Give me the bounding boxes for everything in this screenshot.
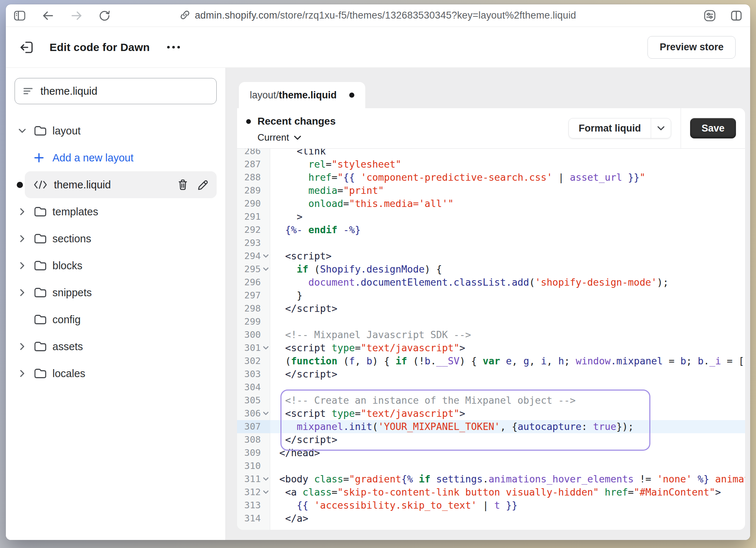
code-line-305[interactable]: 305 <!-- Create an instance of the Mixpa… (237, 394, 745, 407)
code-line-287[interactable]: 287 rel="stylesheet" (237, 158, 745, 171)
format-liquid-button[interactable]: Format liquid (569, 118, 651, 138)
line-number: 287 (237, 158, 261, 171)
code-text: <body class="gradient{% if settings.anim… (270, 473, 745, 486)
chevron-right-icon[interactable] (17, 234, 27, 243)
tab-theme-liquid[interactable]: layout/theme.liquid (239, 82, 365, 108)
code-line-290[interactable]: 290 onload="this.media='all'" (237, 197, 745, 210)
sidebar-item-config[interactable]: config (15, 306, 217, 333)
split-view-icon[interactable] (731, 10, 742, 21)
fold-spacer (261, 171, 270, 184)
line-number: 311 (237, 473, 261, 486)
code-line-313[interactable]: 313 {{ 'accessibility.skip_to_text' | t … (237, 499, 745, 512)
code-line-303[interactable]: 303 </script> (237, 368, 745, 381)
code-line-294[interactable]: 294 <script> (237, 250, 745, 263)
rename-file-icon[interactable] (197, 179, 209, 191)
code-line-291[interactable]: 291 > (237, 210, 745, 223)
code-line-311[interactable]: 311 <body class="gradient{% if settings.… (237, 473, 745, 486)
sidebar-item-theme-liquid[interactable]: theme.liquid (15, 171, 217, 198)
tree-item-label: Add a new layout (52, 152, 133, 164)
fold-toggle-icon[interactable] (261, 486, 270, 499)
code-line-296[interactable]: 296 document.documentElement.classList.a… (237, 276, 745, 289)
code-line-308[interactable]: 308 </script> (237, 433, 745, 446)
fold-spacer (261, 394, 270, 407)
folder-icon (34, 125, 47, 137)
chevron-right-icon[interactable] (17, 261, 27, 270)
format-liquid-split-button: Format liquid (568, 118, 671, 138)
code-line-309[interactable]: 309 </head> (237, 446, 745, 459)
chevron-right-icon[interactable] (17, 207, 27, 216)
address-bar[interactable]: admin.shopify.com/store/rzq1xu-f5/themes… (180, 4, 576, 27)
reload-button-icon[interactable] (99, 10, 110, 21)
fold-toggle-icon[interactable] (261, 263, 270, 276)
code-line-295[interactable]: 295 if (Shopify.designMode) { (237, 263, 745, 276)
fold-spacer (261, 184, 270, 197)
chevron-right-icon[interactable] (17, 369, 27, 378)
editor-card-header: Recent changes Current Format liquid (237, 108, 745, 149)
code-line-289[interactable]: 289 media="print" (237, 184, 745, 197)
code-line-299[interactable]: 299 (237, 315, 745, 328)
code-line-307[interactable]: 307 mixpanel.init('YOUR_MIXPANEL_TOKEN',… (237, 420, 745, 433)
sidebar-item-sections[interactable]: sections (15, 225, 217, 252)
code-line-300[interactable]: 300 <!-- Mixpanel Javascript SDK --> (237, 328, 745, 341)
url-text: admin.shopify.com/store/rzq1xu-f5/themes… (195, 10, 576, 21)
version-selector[interactable]: Current (257, 132, 568, 143)
code-editor[interactable]: 286 <link287 rel="stylesheet"288 href="{… (237, 149, 745, 530)
file-search-input[interactable] (40, 85, 208, 97)
file-tree: layoutAdd a new layouttheme.liquidtempla… (15, 117, 217, 387)
code-line-310[interactable]: 310 (237, 459, 745, 473)
sidebar-item-blocks[interactable]: blocks (15, 252, 217, 279)
code-line-293[interactable]: 293 (237, 236, 745, 250)
fold-spacer (261, 459, 270, 473)
code-text: } (270, 289, 745, 302)
sidebar-item-add-a-new-layout[interactable]: Add a new layout (15, 144, 217, 171)
more-actions-icon[interactable] (167, 46, 180, 48)
fold-toggle-icon[interactable] (261, 473, 270, 486)
code-line-312[interactable]: 312 <a class="skip-to-content-link butto… (237, 486, 745, 499)
sidebar-item-locales[interactable]: locales (15, 360, 217, 387)
filter-icon (23, 87, 33, 95)
folder-icon (34, 260, 47, 271)
chevron-down-icon (294, 135, 302, 140)
recent-changes-dot (246, 119, 251, 124)
chevron-right-icon[interactable] (17, 342, 27, 351)
fold-toggle-icon[interactable] (261, 341, 270, 355)
code-line-288[interactable]: 288 href="{{ 'component-predictive-searc… (237, 171, 745, 184)
code-line-304[interactable]: 304 (237, 381, 745, 394)
file-search-box[interactable] (15, 78, 217, 104)
preview-store-button[interactable]: Preview store (647, 36, 736, 59)
fold-toggle-icon[interactable] (261, 250, 270, 263)
line-number: 298 (237, 302, 261, 315)
code-line-306[interactable]: 306 <script type="text/javascript"> (237, 407, 745, 420)
exit-editor-icon[interactable] (20, 40, 34, 54)
fold-spacer (261, 289, 270, 302)
tree-item-label: sections (52, 233, 91, 245)
code-text: href="{{ 'component-predictive-search.cs… (270, 171, 745, 184)
chevron-down-icon[interactable] (17, 128, 27, 134)
sidebar-item-snippets[interactable]: snippets (15, 279, 217, 306)
save-button[interactable]: Save (690, 118, 736, 138)
code-line-302[interactable]: 302 (function (f, b) { if (!b.__SV) { va… (237, 355, 745, 368)
code-line-286[interactable]: 286 <link (237, 149, 745, 158)
page-settings-icon[interactable] (704, 9, 716, 22)
back-button-icon[interactable] (42, 11, 54, 21)
sidebar-toggle-icon[interactable] (14, 10, 25, 21)
sidebar-item-layout[interactable]: layout (15, 117, 217, 144)
sidebar-item-assets[interactable]: assets (15, 333, 217, 360)
code-line-292[interactable]: 292 {%- endif -%} (237, 223, 745, 236)
tab-file-name: theme.liquid (279, 90, 337, 101)
sidebar-item-templates[interactable]: templates (15, 198, 217, 225)
format-options-chevron[interactable] (651, 118, 671, 138)
code-line-314[interactable]: 314 </a> (237, 512, 745, 525)
tree-item-label: snippets (52, 287, 92, 299)
code-text: </script> (270, 368, 745, 381)
selected-file-row[interactable]: theme.liquid (25, 171, 217, 198)
code-line-301[interactable]: 301 <script type="text/javascript"> (237, 341, 745, 355)
code-text: <link (270, 149, 745, 158)
code-line-298[interactable]: 298 </script> (237, 302, 745, 315)
chevron-right-icon[interactable] (17, 288, 27, 297)
code-line-297[interactable]: 297 } (237, 289, 745, 302)
delete-file-icon[interactable] (177, 179, 188, 191)
forward-button-icon[interactable] (71, 11, 82, 21)
fold-toggle-icon[interactable] (261, 407, 270, 420)
fold-spacer (261, 315, 270, 328)
